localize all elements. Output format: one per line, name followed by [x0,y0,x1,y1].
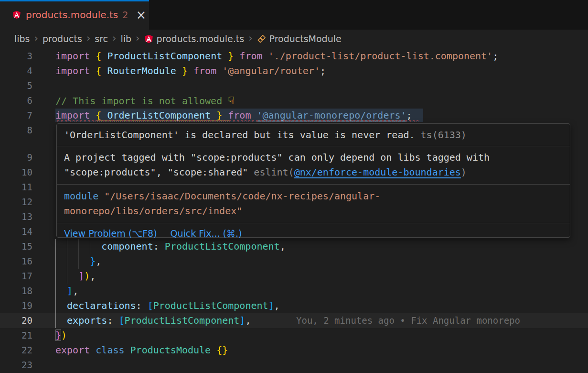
eslint-message-line1: A project tagged with "scope:products" c… [64,152,490,163]
line-number: 20 [0,313,32,328]
code-text: import { RouterModule } from '@angular/r… [55,64,326,78]
eslint-message-line2: "scope:products", "scope:shared" [64,166,254,178]
quick-fix-action[interactable]: Quick Fix... (⌘.) [171,228,242,239]
code-line-7[interactable]: 7import { OrderListComponent } from '@an… [0,108,588,123]
module-info-row: module "/Users/isaac/Documents/code/nx-r… [57,185,570,223]
breadcrumb-label: ProductsModule [269,33,342,44]
line-number: 6 [0,93,32,108]
line-number: 17 [0,269,32,284]
line-number: 3 [0,49,32,64]
line-number: 11 [0,180,32,195]
symbol-class-icon [257,34,266,44]
line-number: 13 [0,209,32,224]
ts-diagnostic-message: 'OrderListComponent' is declared but its… [64,129,421,141]
line-number: 12 [0,195,32,209]
breadcrumb-item-libs[interactable]: libs [14,33,30,44]
tab-bar: products.module.ts 2 × [0,0,588,30]
breadcrumb-separator-icon: › [86,33,90,45]
tab-problem-badge: 2 [122,10,128,20]
code-line-6[interactable]: 6// This import is not allowed ☟ [0,93,588,108]
breadcrumb-item-productsmodule[interactable]: ProductsModule [257,33,342,44]
tab-products-module[interactable]: products.module.ts 2 × [0,0,149,30]
code-line-18[interactable]: 18 ], [0,284,588,298]
breadcrumb-item-products-module-ts[interactable]: products.module.ts [144,33,245,44]
line-number: 5 [0,78,32,93]
code-line-23[interactable]: 23 [0,358,588,373]
line-number: 9 [0,150,32,165]
code-text: declarations: [ProductListComponent], [55,298,280,313]
breadcrumb-label: src [95,33,108,44]
line-number: 22 [0,343,32,358]
breadcrumb-item-src[interactable]: src [95,33,108,44]
breadcrumb-label: lib [120,33,131,44]
eslint-rule-link[interactable]: @nx/enforce-module-boundaries [294,166,461,178]
code-text: ], [55,284,78,298]
diagnostics-hover-popup: 'OrderListComponent' is declared but its… [56,123,570,238]
code-text: }) [55,328,67,343]
line-number: 10 [0,165,32,180]
code-line-3[interactable]: 3import { ProductListComponent } from '.… [0,49,588,64]
line-number: 23 [0,358,32,373]
code-line-5[interactable]: 5 [0,78,588,93]
line-number: 8 [0,123,32,138]
line-number: 19 [0,298,32,313]
code-line-4[interactable]: 4import { RouterModule } from '@angular/… [0,64,588,78]
code-text: exports: [ProductListComponent], [55,313,251,328]
eslint-source-suffix: ) [461,166,467,178]
vscode-window: { "tab": { "title": "products.module.ts"… [0,0,588,373]
breadcrumb: libs›products›src›lib›products.module.ts… [0,30,588,48]
line-number: 21 [0,328,32,343]
code-line-19[interactable]: 19 declarations: [ProductListComponent], [0,298,588,313]
ts-diagnostic-row: 'OrderListComponent' is declared but its… [57,124,570,146]
module-path-line1: "/Users/isaac/Documents/code/nx-recipes/… [98,190,380,202]
code-text: ]), [55,269,96,284]
breadcrumb-label: products.module.ts [157,33,245,44]
breadcrumb-separator-icon: › [34,33,38,45]
module-keyword: module [64,190,98,202]
code-editor[interactable]: 'OrderListComponent' is declared but its… [0,48,588,373]
breadcrumb-separator-icon: › [248,33,252,45]
code-text: export class ProductsModule {} [55,343,228,358]
code-line-16[interactable]: 16 }, [0,254,588,269]
breadcrumb-label: products [43,33,82,44]
line-number: 7 [0,108,32,123]
tab-title: products.module.ts [26,9,118,21]
breadcrumb-label: libs [14,33,30,44]
line-number: 4 [0,64,32,78]
git-blame-annotation: You, 2 minutes ago • Fix Angular monorep… [296,313,520,328]
angular-icon [144,34,153,44]
close-icon[interactable]: × [136,10,146,20]
breadcrumb-separator-icon: › [136,33,139,45]
code-text: }, [55,254,101,269]
code-line-17[interactable]: 17 ]), [0,269,588,284]
code-line-20[interactable]: 20 exports: [ProductListComponent],You, … [0,313,588,328]
code-line-22[interactable]: 22export class ProductsModule {} [0,343,588,358]
ts-diagnostic-source: ts(6133) [421,129,467,141]
code-text: import { ProductListComponent } from './… [55,49,498,64]
line-number: 16 [0,254,32,269]
breadcrumb-item-lib[interactable]: lib [120,33,131,44]
angular-icon [12,11,21,19]
breadcrumb-separator-icon: › [112,33,116,45]
eslint-source-prefix: eslint( [254,166,294,178]
line-number: 14 [0,224,32,239]
module-path-line2: monorepo/libs/orders/src/index" [64,205,242,217]
hover-actions-bar: View Problem (⌥F8) Quick Fix... (⌘.) [57,223,570,243]
eslint-diagnostic-row: A project tagged with "scope:products" c… [57,146,570,185]
line-number: 15 [0,239,32,254]
code-line-21[interactable]: 21}) [0,328,588,343]
line-number: 18 [0,284,32,298]
breadcrumb-item-products[interactable]: products [43,33,82,44]
warning-squiggle [96,121,229,122]
view-problem-action[interactable]: View Problem (⌥F8) [64,228,157,239]
code-text: // This import is not allowed ☟ [55,93,234,109]
